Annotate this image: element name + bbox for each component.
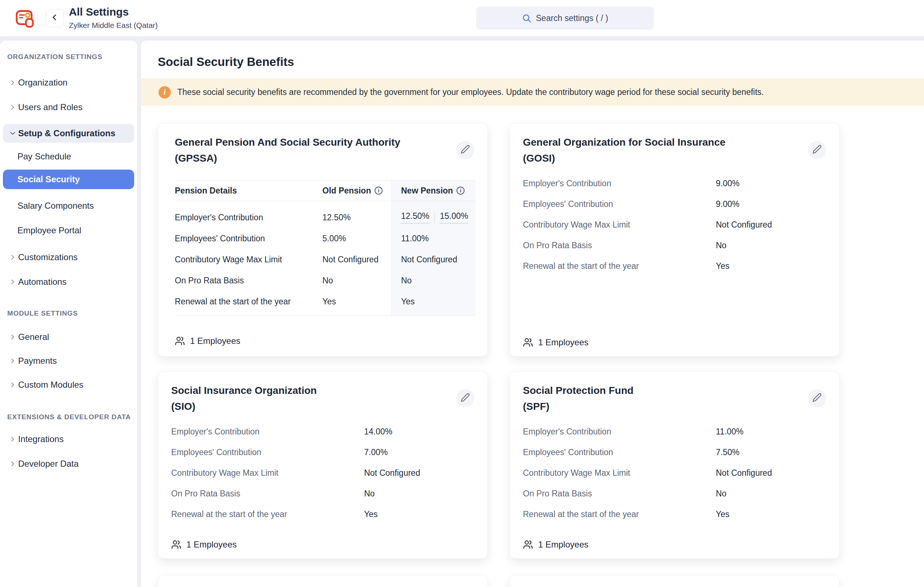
chevron-right-icon [9,103,16,111]
sidebar-item-developer-data[interactable]: Developer Data [0,455,134,472]
sidebar-item-label: Payments [18,356,57,366]
info-icon[interactable]: i [457,187,465,194]
card-spf: Social Protection Fund (SPF) Employer's … [510,372,840,559]
employees-count[interactable]: 1 Employees [175,336,241,346]
back-button[interactable] [46,9,64,27]
sidebar-item-custom-modules[interactable]: Custom Modules [0,377,134,393]
col-new-pension: New Pensioni [391,186,476,196]
app-logo-icon[interactable] [14,8,36,29]
chevron-right-icon [9,357,16,365]
pencil-icon [812,145,822,155]
card-title: Social Protection Fund (SPF) [510,372,839,414]
section-heading-organization-settings: ORGANIZATION SETTINGS [7,53,102,61]
detail-row: Employees' Contribution9.00% [523,198,826,210]
sidebar-item-label: Automations [18,277,66,287]
card-divider [175,316,475,316]
detail-row: Employer's Contribution11.00% [523,426,826,438]
sidebar-item-label: Users and Roles [18,102,82,112]
pencil-icon [460,145,470,155]
users-icon [523,539,533,550]
chevron-right-icon [9,435,16,443]
employees-count[interactable]: 1 Employees [523,539,589,550]
col-old-pension: Old Pensioni [322,186,391,196]
sidebar-item-general[interactable]: General [0,329,134,345]
col-pension-details: Pension Details [175,186,322,196]
card-partial [510,575,840,587]
info-icon[interactable]: i [375,187,383,194]
card-title: General Organization for Social Insuranc… [510,123,839,166]
chevron-left-icon [50,13,59,23]
sidebar-item-pay-schedule[interactable]: Pay Schedule [0,148,134,165]
search-settings-input[interactable]: Search settings ( / ) [476,7,654,30]
sidebar-item-label: Customizations [18,252,78,262]
header-divider [37,10,38,27]
employees-count[interactable]: 1 Employees [523,337,589,347]
search-placeholder: Search settings ( / ) [536,13,608,23]
sidebar-item-organization[interactable]: Organization [0,74,134,91]
organization-name: Zylker Middle East (Qatar) [69,21,158,30]
sidebar-item-label: Employee Portal [17,225,81,235]
detail-row: Employer's Contribution9.00% [523,177,826,189]
chevron-right-icon [9,79,16,87]
table-row: On Pro Rata Basis No No [175,270,475,291]
sidebar-item-label: Pay Schedule [17,151,71,161]
pension-table: Pension Details Old Pensioni New Pension… [175,180,475,312]
card-gosi: General Organization for Social Insuranc… [510,123,840,357]
sidebar-item-employee-portal[interactable]: Employee Portal [0,222,134,239]
sidebar-item-label: Integrations [18,434,63,444]
card-title: General Pension And Social Security Auth… [158,123,487,166]
detail-row: Contributory Wage Max LimitNot Configure… [523,219,826,231]
card-gpssa: General Pension And Social Security Auth… [158,123,488,357]
page-title: Social Security Benefits [158,55,294,69]
sidebar-item-customizations[interactable]: Customizations [0,249,134,266]
sidebar-item-automations[interactable]: Automations [0,274,134,290]
edit-sio-button[interactable] [456,389,474,407]
users-icon [171,539,182,550]
pension-table-header: Pension Details Old Pensioni New Pension… [175,180,475,201]
sidebar-item-label: Custom Modules [18,380,83,390]
detail-row: On Pro Rata BasisNo [171,487,474,500]
detail-row: Employees' Contribution7.50% [523,446,826,459]
sidebar-item-label: Social Security [17,174,80,184]
edit-gosi-button[interactable] [808,141,826,159]
users-icon [523,337,533,347]
table-row: Employer's Contribution 12.50% 12.50% 15… [175,207,475,228]
chevron-right-icon [9,460,16,468]
sidebar-item-label: Setup & Configurations [18,128,116,138]
page-header-title: All Settings [69,6,129,18]
employees-count[interactable]: 1 Employees [171,539,237,550]
card-sio: Social Insurance Organization (SIO) Empl… [158,372,488,559]
edit-spf-button[interactable] [808,389,826,407]
value-divider [434,211,435,224]
sidebar-item-setup-configurations[interactable]: Setup & Configurations [3,124,134,143]
settings-sidebar: ORGANIZATION SETTINGS Organization Users… [0,41,137,587]
sidebar-item-integrations[interactable]: Integrations [0,431,134,447]
sidebar-item-payments[interactable]: Payments [0,353,134,369]
chevron-right-icon [9,333,16,341]
new-pension-current-value[interactable]: 12.50% [401,211,429,224]
chevron-right-icon [9,253,16,261]
detail-row: Renewal at the start of the yearYes [171,508,474,520]
info-icon: i [158,86,171,99]
card-title: Social Insurance Organization (SIO) [158,372,487,414]
section-heading-extensions-developer-data: EXTENSIONS & DEVELOPER DATA [7,413,131,421]
card-partial [158,575,488,587]
table-row: Renewal at the start of the year Yes Yes [175,291,475,312]
sidebar-item-social-security-selected[interactable]: Social Security [3,169,134,189]
pencil-icon [460,393,470,404]
main-content: Social Security Benefits i These social … [141,41,924,587]
sidebar-item-salary-components[interactable]: Salary Components [0,197,134,214]
detail-row: Contributory Wage Max LimitNot Configure… [171,467,474,479]
sidebar-item-label: Developer Data [18,459,79,469]
sidebar-item-label: General [18,332,49,342]
detail-row: On Pro Rata BasisNo [523,239,826,252]
sidebar-item-users-and-roles[interactable]: Users and Roles [0,99,134,115]
search-icon [522,13,531,23]
new-pension-upcoming-value[interactable]: 15.00% [440,211,468,224]
edit-gpssa-button[interactable] [456,141,474,159]
detail-row: Renewal at the start of the yearYes [523,508,826,520]
detail-row: Employer's Contribution14.00% [171,426,474,438]
sidebar-item-label: Salary Components [17,201,94,211]
pencil-icon [812,393,822,404]
detail-row: On Pro Rata BasisNo [523,487,826,500]
